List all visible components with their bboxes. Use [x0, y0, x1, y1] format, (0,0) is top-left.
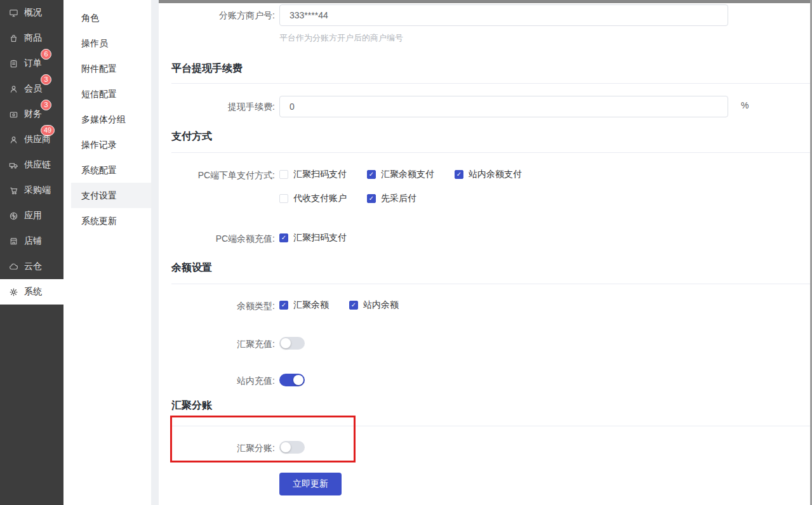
withdraw-fee-input[interactable] — [279, 96, 728, 117]
menu-item-operation-logs[interactable]: 操作记录 — [63, 132, 151, 157]
orders-count-badge: 6 — [41, 49, 51, 60]
pc-order-pay-row-2: 代收支付账户 先采后付 — [279, 192, 416, 205]
checkbox-checked-icon — [455, 170, 463, 179]
members-count-badge: 3 — [41, 74, 51, 85]
sidebar-item-supply-chain[interactable]: 供应链 — [0, 152, 63, 178]
juhe-recharge-toggle[interactable] — [279, 337, 305, 350]
pc-balance-recharge-row: 汇聚扫码支付 — [279, 232, 347, 244]
checkbox-label: 汇聚扫码支付 — [293, 169, 347, 180]
balance-type-label: 余额类型: — [159, 299, 275, 312]
apps-icon — [8, 211, 18, 221]
bag-icon — [8, 33, 18, 43]
checkbox-checked-icon — [349, 301, 358, 310]
checkbox-site-balance[interactable]: 站内余额 — [349, 299, 399, 312]
sidebar-item-label: 供应链 — [24, 159, 51, 171]
main-sidebar: 概况 商品 订单 6 会员 3 财务 3 — [0, 0, 63, 505]
juhe-split-toggle[interactable] — [279, 441, 305, 454]
cloud-icon — [8, 261, 18, 272]
menu-item-sms-config[interactable]: 短信配置 — [63, 81, 151, 107]
section-divider — [171, 152, 812, 153]
split-merchant-input[interactable] — [279, 4, 728, 26]
section-divider — [171, 83, 812, 84]
sidebar-item-label: 会员 — [24, 83, 42, 95]
checkbox-collection-pay-account[interactable]: 代收支付账户 — [279, 192, 347, 205]
supplier-icon — [8, 134, 18, 145]
sidebar-item-label: 商品 — [24, 32, 42, 44]
shop-icon — [8, 236, 18, 246]
menu-item-system-update[interactable]: 系统更新 — [63, 208, 151, 233]
suppliers-count-badge: 49 — [41, 125, 55, 136]
sidebar-item-procurement[interactable]: 采购端 — [0, 178, 63, 203]
checkbox-checked-icon — [367, 194, 376, 203]
checkbox-buy-first-pay-later[interactable]: 先采后付 — [367, 192, 416, 205]
top-cropped-bar — [63, 0, 812, 3]
sidebar-item-apps[interactable]: 应用 — [0, 203, 63, 228]
checkbox-label: 代收支付账户 — [293, 193, 347, 204]
split-merchant-label: 分账方商户号: — [159, 9, 275, 22]
sidebar-item-cloud-warehouse[interactable]: 云仓 — [0, 254, 63, 279]
site-recharge-label: 站内充值: — [159, 374, 275, 387]
pc-order-pay-row-1: 汇聚扫码支付 汇聚余额支付 站内余额支付 — [279, 168, 522, 181]
sidebar-item-label: 云仓 — [24, 261, 42, 272]
annotation-red-box — [170, 416, 356, 462]
section-title-balance-settings: 余额设置 — [171, 261, 212, 275]
finance-icon — [8, 109, 18, 119]
checkbox-juhe-balance[interactable]: 汇聚余额 — [279, 299, 329, 312]
sidebar-item-overview[interactable]: 概况 — [0, 0, 63, 25]
menu-item-system-config[interactable]: 系统配置 — [63, 157, 151, 183]
member-icon — [8, 84, 18, 94]
section-title-withdraw-fee: 平台提现手续费 — [171, 62, 243, 75]
sidebar-item-label: 财务 — [24, 108, 42, 120]
checkbox-checked-icon — [367, 170, 376, 179]
update-now-button[interactable]: 立即更新 — [279, 473, 342, 495]
section-divider — [171, 426, 812, 426]
clipboard-icon — [8, 58, 18, 69]
balance-type-row: 汇聚余额 站内余额 — [279, 299, 399, 312]
checkbox-unchecked-icon — [279, 194, 288, 203]
section-divider — [171, 284, 812, 284]
site-recharge-toggle[interactable] — [279, 374, 305, 386]
sidebar-item-suppliers[interactable]: 供应商 49 — [0, 127, 63, 152]
gear-icon — [8, 287, 18, 297]
checkbox-unchecked-icon — [279, 170, 288, 179]
cart-icon — [8, 185, 18, 195]
juhe-split-label: 汇聚分账: — [159, 442, 275, 454]
withdraw-fee-label: 提现手续费: — [159, 100, 275, 113]
sidebar-item-goods[interactable]: 商品 — [0, 25, 63, 51]
sidebar-item-system[interactable]: 系统 — [0, 279, 63, 305]
menu-item-payment-settings[interactable]: 支付设置 — [71, 183, 151, 208]
split-merchant-hint: 平台作为分账方开户后的商户编号 — [279, 32, 403, 44]
sidebar-item-label: 店铺 — [24, 235, 42, 247]
menu-item-operators[interactable]: 操作员 — [63, 30, 151, 56]
sidebar-item-label: 应用 — [24, 210, 42, 221]
section-title-juhe-split: 汇聚分账 — [171, 398, 212, 412]
checkbox-juhe-balance-pay[interactable]: 汇聚余额支付 — [367, 168, 434, 181]
sidebar-item-finance[interactable]: 财务 3 — [0, 102, 63, 127]
section-title-payment-methods: 支付方式 — [171, 129, 212, 143]
sidebar-item-label: 概况 — [24, 7, 42, 18]
checkbox-label: 先采后付 — [381, 193, 416, 204]
checkbox-label: 汇聚余额支付 — [381, 169, 434, 180]
toggle-knob — [281, 338, 291, 348]
juhe-recharge-label: 汇聚充值: — [159, 338, 275, 350]
sidebar-item-shops[interactable]: 店铺 — [0, 228, 63, 254]
checkbox-site-balance-pay[interactable]: 站内余额支付 — [455, 168, 522, 181]
checkbox-label: 汇聚余额 — [293, 299, 329, 311]
sidebar-item-orders[interactable]: 订单 6 — [0, 51, 63, 76]
truck-icon — [8, 160, 18, 170]
checkbox-checked-icon — [279, 233, 288, 242]
sidebar-item-label: 系统 — [24, 286, 42, 298]
system-submenu: 角色 操作员 附件配置 短信配置 多媒体分组 操作记录 系统配置 支付设置 系统… — [63, 0, 151, 505]
checkbox-label: 站内余额 — [363, 299, 399, 311]
checkbox-juhe-scan-pay[interactable]: 汇聚扫码支付 — [279, 168, 347, 181]
monitor-icon — [8, 8, 18, 18]
payment-settings-form: 分账方商户号: 平台作为分账方开户后的商户编号 平台提现手续费 提现手续费: %… — [159, 0, 812, 505]
sidebar-item-label: 订单 — [24, 58, 42, 69]
checkbox-juhe-scan-recharge[interactable]: 汇聚扫码支付 — [279, 232, 347, 244]
checkbox-label: 汇聚扫码支付 — [293, 232, 347, 244]
menu-item-roles[interactable]: 角色 — [63, 5, 151, 30]
toggle-knob — [281, 442, 291, 452]
sidebar-item-members[interactable]: 会员 3 — [0, 76, 63, 102]
menu-item-attachment-config[interactable]: 附件配置 — [63, 56, 151, 81]
menu-item-media-groups[interactable]: 多媒体分组 — [63, 107, 151, 132]
